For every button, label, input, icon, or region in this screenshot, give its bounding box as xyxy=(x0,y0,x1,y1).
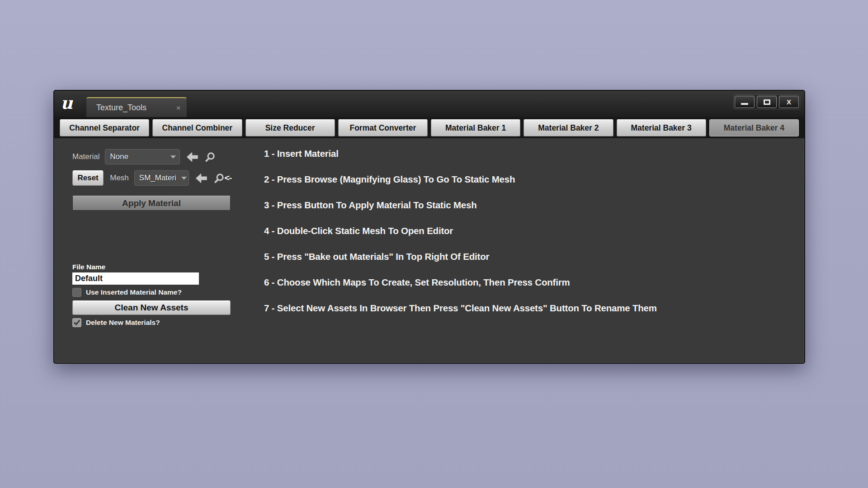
delete-materials-checkbox[interactable] xyxy=(72,318,81,327)
use-inserted-name-checkbox[interactable] xyxy=(72,288,81,297)
minimize-button[interactable] xyxy=(735,96,755,108)
material-dropdown-value: None xyxy=(110,152,169,161)
material-browse-button[interactable] xyxy=(205,152,215,162)
mesh-label: Mesh xyxy=(110,174,129,183)
tab-material-baker-3[interactable]: Material Baker 3 xyxy=(617,119,706,136)
tab-material-baker-2[interactable]: Material Baker 2 xyxy=(524,119,613,136)
mesh-browse-button[interactable] xyxy=(214,173,224,183)
controls-panel: Material None Reset Mesh SM_Materi xyxy=(66,145,231,362)
chevron-down-icon xyxy=(170,155,176,159)
tool-tabstrip: Channel Separator Channel Combiner Size … xyxy=(54,117,804,138)
reset-button[interactable]: Reset xyxy=(72,170,104,186)
material-dropdown[interactable]: None xyxy=(105,149,180,164)
doc-tab-texture-tools[interactable]: Texture_Tools × xyxy=(86,97,187,117)
window-controls: X xyxy=(733,94,800,109)
delete-materials-row: Delete New Materials? xyxy=(72,318,231,327)
back-arrow-icon xyxy=(196,174,207,183)
instruction-step-3: 3 - Press Button To Apply Material To St… xyxy=(264,200,657,211)
checkmark-icon xyxy=(73,319,80,326)
material-back-arrow-button[interactable] xyxy=(187,152,198,162)
maximize-button[interactable] xyxy=(757,96,777,108)
instruction-step-4: 4 - Double-Click Static Mesh To Open Edi… xyxy=(264,225,657,236)
apply-material-button[interactable]: Apply Material xyxy=(72,196,231,211)
material-baker-4-panel: Material None Reset Mesh SM_Materi xyxy=(54,138,804,362)
window-titlebar[interactable]: u Texture_Tools × X xyxy=(54,91,804,117)
use-inserted-name-row: Use Inserted Material Name? xyxy=(72,288,231,297)
delete-materials-label: Delete New Materials? xyxy=(86,319,160,327)
clean-new-assets-button[interactable]: Clean New Assets xyxy=(72,300,231,315)
browse-pointer-hint: <- xyxy=(225,173,231,183)
tab-channel-separator[interactable]: Channel Separator xyxy=(60,119,149,136)
minimize-icon xyxy=(741,103,748,105)
chevron-down-icon xyxy=(181,177,187,180)
maximize-icon xyxy=(764,99,770,105)
close-button[interactable]: X xyxy=(779,96,799,108)
file-name-input[interactable] xyxy=(72,272,199,285)
file-name-label: File Name xyxy=(72,263,231,271)
texture-tools-window: u Texture_Tools × X Channel Separator Ch… xyxy=(53,90,805,364)
back-arrow-icon xyxy=(187,152,198,162)
instruction-step-5: 5 - Press "Bake out Materials" In Top Ri… xyxy=(264,251,657,262)
mesh-dropdown[interactable]: SM_Materi xyxy=(134,170,189,186)
material-label: Material xyxy=(72,152,99,161)
doc-tab-title: Texture_Tools xyxy=(96,103,176,113)
mesh-row: Reset Mesh SM_Materi <- xyxy=(72,169,231,187)
use-inserted-name-label: Use Inserted Material Name? xyxy=(86,288,182,296)
instructions-list: 1 - Insert Material 2 - Press Browse (Ma… xyxy=(264,148,657,362)
magnifying-glass-icon xyxy=(214,173,224,183)
instruction-step-7: 7 - Select New Assets In Browser Then Pr… xyxy=(264,303,657,314)
magnifying-glass-icon xyxy=(205,152,215,162)
instruction-step-2: 2 - Press Browse (Magnifying Glass) To G… xyxy=(264,174,657,185)
tab-format-converter[interactable]: Format Converter xyxy=(338,119,428,136)
unreal-logo-icon: u xyxy=(61,93,73,113)
mesh-dropdown-value: SM_Materi xyxy=(139,174,186,183)
mesh-back-arrow-button[interactable] xyxy=(196,174,207,183)
instruction-step-6: 6 - Choose Which Maps To Create, Set Res… xyxy=(264,277,657,288)
instruction-step-1: 1 - Insert Material xyxy=(264,148,657,159)
tab-channel-combiner[interactable]: Channel Combiner xyxy=(152,119,242,136)
close-icon: X xyxy=(787,98,791,106)
tab-material-baker-4[interactable]: Material Baker 4 xyxy=(709,119,799,136)
tab-close-icon[interactable]: × xyxy=(176,104,180,112)
tab-size-reducer[interactable]: Size Reducer xyxy=(245,119,335,136)
tab-material-baker-1[interactable]: Material Baker 1 xyxy=(431,119,520,136)
material-row: Material None xyxy=(72,148,231,165)
